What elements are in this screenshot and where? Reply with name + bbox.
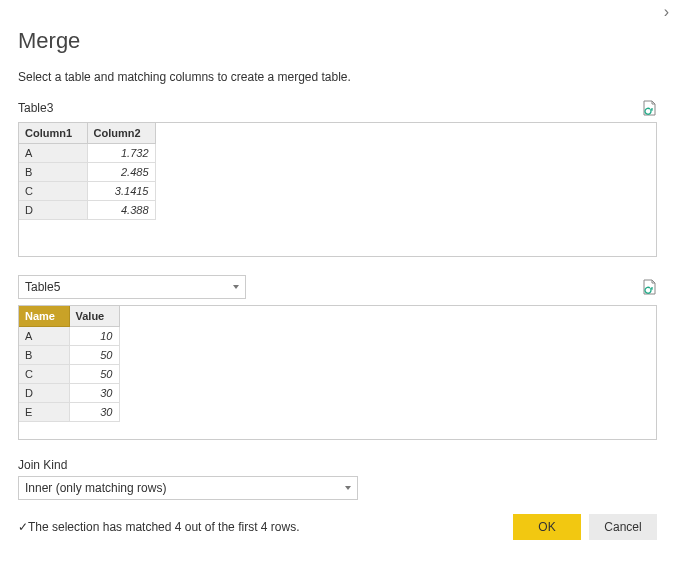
table2-preview[interactable]: Name Value A10 B50 C50 D30 E30 <box>18 305 657 440</box>
refresh-preview-icon[interactable] <box>643 279 657 295</box>
match-status-text: The selection has matched 4 out of the f… <box>28 520 299 534</box>
refresh-preview-icon[interactable] <box>643 100 657 116</box>
table1-header-row: Column1 Column2 <box>19 123 155 144</box>
table-row: D30 <box>19 384 119 403</box>
table-row: B2.485 <box>19 163 155 182</box>
subtitle-text: Select a table and matching columns to c… <box>18 70 657 84</box>
table2-col-header[interactable]: Value <box>69 306 119 327</box>
table-row: A10 <box>19 327 119 346</box>
chevron-down-icon <box>345 486 351 490</box>
table1-label: Table3 <box>18 101 53 115</box>
table-row: D4.388 <box>19 201 155 220</box>
chevron-down-icon <box>233 285 239 289</box>
cancel-button[interactable]: Cancel <box>589 514 657 540</box>
table-row: A1.732 <box>19 144 155 163</box>
join-kind-selected: Inner (only matching rows) <box>25 481 166 495</box>
second-table-selected: Table5 <box>25 280 60 294</box>
table-row: C3.1415 <box>19 182 155 201</box>
page-title: Merge <box>18 28 657 54</box>
join-kind-label: Join Kind <box>18 458 657 472</box>
check-icon: ✓ <box>18 520 28 534</box>
table2-header-row: Name Value <box>19 306 119 327</box>
table-row: B50 <box>19 346 119 365</box>
close-icon[interactable]: › <box>664 4 669 20</box>
table1-preview[interactable]: Column1 Column2 A1.732 B2.485 C3.1415 D4… <box>18 122 657 257</box>
table1-col-header[interactable]: Column2 <box>87 123 155 144</box>
join-kind-select[interactable]: Inner (only matching rows) <box>18 476 358 500</box>
table2-col-header-selected[interactable]: Name <box>19 306 69 327</box>
second-table-select[interactable]: Table5 <box>18 275 246 299</box>
table1-col-header[interactable]: Column1 <box>19 123 87 144</box>
table-row: C50 <box>19 365 119 384</box>
table-row: E30 <box>19 403 119 422</box>
ok-button[interactable]: OK <box>513 514 581 540</box>
